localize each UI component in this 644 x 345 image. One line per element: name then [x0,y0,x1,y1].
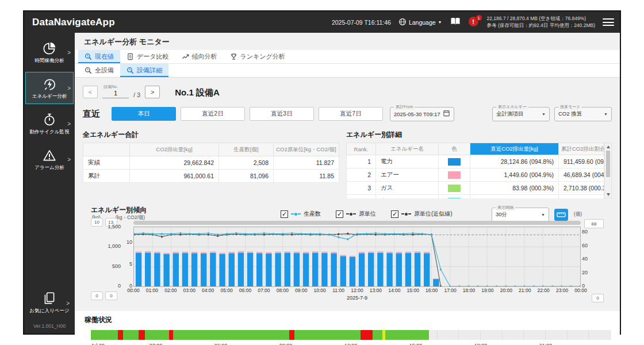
checkbox-checked-icon[interactable]: ✓ [391,210,398,218]
detail-table-scrollbar[interactable] [604,143,612,198]
energy-color-swatch [448,158,461,166]
x-axis-tick: 19:00 [481,288,493,293]
operation-status-axis: Jul 0903:0006:0009:0012:0015:0018:0021:0… [91,343,611,345]
sidebar-item-1[interactable]: エネルギー分析 > [25,72,74,104]
next-equipment-button[interactable]: > [145,86,160,98]
axis-min-input-count[interactable]: 0 [592,294,604,302]
x-axis-tick: 11:00 [332,288,344,293]
total-table-row: 累計 961,000.61 81,096 11.85 [83,170,339,183]
period-button-0[interactable]: 本日 [112,107,176,121]
conversion-mode-select[interactable]: 換算モード CO2 換算 ▼ [554,107,612,121]
energy-icon [42,76,57,91]
manual-book-icon[interactable] [450,17,461,28]
total-energy-panel: 全エネルギー合計 CO2排出量[kg] 生産数[個] CO2原単位[kg・CO2… [83,130,339,198]
magnifier-icon [85,53,92,60]
globe-icon [398,18,407,27]
x-axis-tick: 21:00 [519,288,531,293]
detail-table-row[interactable]: 4 水 1.48 (000.0%) 144.32 (000.0%) [347,195,604,199]
version-label: Ver.1.001_H00 [24,323,75,329]
scroll-up-icon[interactable] [605,143,611,150]
period-button-3[interactable]: 直近7日 [319,107,383,121]
x-axis-tick: 06:00 [239,288,251,293]
secondary-tabs: 全設備 設備詳細 [75,64,620,78]
chevron-right-icon: > [67,156,71,163]
caret-down-icon: ▼ [542,112,546,116]
sidebar-item-3[interactable]: アラーム分析 > [25,143,74,175]
timeline-tick-label: 21:00 [539,343,553,345]
x-axis-tick: 04:00 [202,288,214,293]
interval-select[interactable]: 表示間隔 30分 ▼ [492,208,549,222]
legend-toggle-1[interactable]: ✓ 原単位 [336,210,376,218]
trophy-icon [230,53,237,60]
app-window: DataNavigateApp 2025-07-09 T16:11:46 Lan… [23,10,621,335]
y-axis-right-tick: 60 [582,243,595,248]
period-button-1[interactable]: 直近2日 [181,107,245,121]
x-axis-tick: 01:00 [146,288,158,293]
y-axis-tick: 500 [94,263,121,269]
x-axis-tick: 12:00 [351,288,363,293]
checkbox-checked-icon[interactable]: ✓ [281,210,288,218]
scrollbar-thumb[interactable] [606,151,610,177]
chevron-right-icon: > [67,85,71,91]
x-axis-tick: 23:00 [556,288,568,293]
tab-0[interactable]: 全設備 [78,64,120,77]
tab-1[interactable]: 設備詳細 [120,64,168,77]
caret-down-icon: ▼ [541,213,545,217]
menu-icon[interactable] [603,18,614,26]
calendar-icon [443,109,450,119]
y-axis-tick: 1,000 [94,243,121,249]
timeline-tick-label: 18:00 [474,343,488,345]
content: エネルギー分析 モニター 現在値 データ比較 傾向分析 ランキング分析 全設備 … [75,33,620,334]
pie-chart-icon [42,41,57,56]
equipment-nav: < 設備No. 1 / 3 > No.1 設備A [83,83,612,98]
checkbox-checked-icon[interactable]: ✓ [336,210,343,218]
tab-1[interactable]: データ比較 [120,50,175,63]
equipment-number-field[interactable]: 設備No. 1 [102,90,129,98]
prev-equipment-button[interactable]: < [83,86,98,98]
header-datetime: 2025-07-09 T16:11:46 [332,19,391,26]
tab-0[interactable]: 現在値 [78,50,120,63]
chart-horizontal-scrollbar[interactable] [133,221,581,225]
sort-recent-co2-header[interactable]: 直近CO2排出量[kg] [470,143,559,155]
detail-table-row[interactable]: 3 ガス 83.98 (000.3%) 2,710.38 (000.3%) [347,182,604,195]
warning-segment [382,330,386,340]
x-axis-tick: 07:00 [258,288,270,293]
axis-max-input-count[interactable]: 88 [584,219,604,228]
stop-segment [169,330,174,340]
x-axis-tick: 15:00 [407,288,419,293]
alert-icon[interactable]: ! 1 [469,17,480,28]
doc-icon [126,53,134,60]
legend-toggle-2[interactable]: ✓ 原単位(近似線) [391,210,453,218]
y-axis-right-tick: 40 [582,256,595,262]
cumulative-from-field[interactable]: 累計From 2025-05-30 T09:17 [390,107,454,121]
sidebar-item-2[interactable]: 動作サイクル監視 > [25,108,74,140]
energy-color-swatch [448,198,461,199]
primary-tabs: 現在値 データ比較 傾向分析 ランキング分析 [75,50,620,64]
x-axis-tick: 22:00 [538,288,550,293]
legend-toggle-0[interactable]: ✓ 生産数 [281,210,321,218]
sidebar-item-0[interactable]: 時間稼働分析 > [25,36,74,68]
x-axis-tick: 02:00 [164,288,177,293]
tab-2[interactable]: 傾向分析 [175,50,224,63]
energy-detail-table: Rank. エネルギー名 色 直近CO2排出量[kg] 累計CO2排出割合[%]… [346,143,604,198]
x-axis-tick: 00:00 [127,288,139,293]
axis-min-input-co2[interactable]: 0 [105,292,117,300]
scroll-down-icon[interactable] [605,191,611,198]
magnifier-icon [126,67,134,74]
sort-cumulative-header[interactable]: 累計CO2排出割合[%] [559,143,604,155]
display-energy-select[interactable]: 表示エネルギー 全計測項目 ▼ [492,107,550,121]
equipment-total: / 3 [133,91,140,98]
period-button-2[interactable]: 直近3日 [250,107,314,121]
legend-marker [401,213,411,216]
tab-3[interactable]: ランキング分析 [224,50,292,63]
detail-table-row[interactable]: 2 エアー 1,449.60 (004.9%) 46,689.34 (004.9… [347,168,604,182]
sidebar-item-favorites[interactable]: お気に入りページ > [26,287,72,319]
trend-legend: ✓ 生産数 ✓ 原単位 ✓ 原単位(近似線) [281,210,453,218]
axis-min-input-kg[interactable]: 0 [91,292,103,300]
language-menu[interactable]: Language▼ [398,18,442,27]
chevron-right-icon: > [67,121,71,127]
x-axis-tick: 20:00 [500,288,512,293]
stop-segment [361,330,373,340]
ruler-scale-button[interactable] [554,209,568,221]
detail-table-row[interactable]: 1 電力 28,124.86 (094.8%) 911,459.60 (094.… [347,155,604,168]
